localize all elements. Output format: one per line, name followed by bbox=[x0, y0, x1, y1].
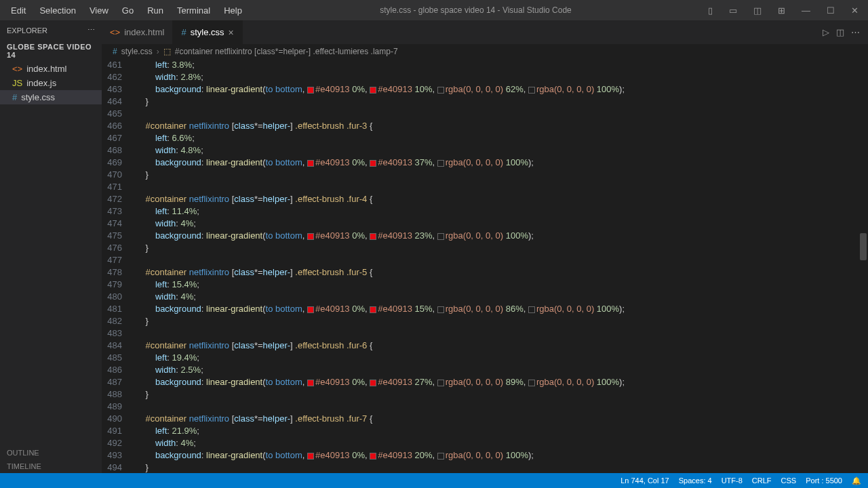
color-swatch[interactable] bbox=[370, 87, 376, 94]
code-line[interactable]: 465 bbox=[102, 108, 868, 120]
status-spaces[interactable]: Spaces: 4 bbox=[679, 476, 712, 485]
code-line[interactable]: 469 background: linear-gradient(to botto… bbox=[102, 157, 868, 169]
color-swatch[interactable] bbox=[437, 306, 444, 313]
timeline-section[interactable]: TIMELINE bbox=[0, 460, 102, 473]
code-line[interactable]: 484 #container netflixintro [class*=help… bbox=[102, 340, 868, 352]
code-line[interactable]: 475 background: linear-gradient(to botto… bbox=[102, 230, 868, 242]
color-swatch[interactable] bbox=[437, 380, 444, 386]
code-line[interactable]: 489 bbox=[102, 401, 868, 413]
scrollbar[interactable] bbox=[859, 59, 868, 473]
status-language[interactable]: CSS bbox=[781, 476, 797, 485]
color-swatch[interactable] bbox=[370, 306, 376, 313]
breadcrumb[interactable]: # style.css › ⬚ #container netflixintro … bbox=[102, 44, 868, 59]
code-line[interactable]: 463 background: linear-gradient(to botto… bbox=[102, 83, 868, 96]
code-line[interactable]: 473 left: 11.4%; bbox=[102, 205, 868, 218]
code-line[interactable]: 490 #container netflixintro [class*=help… bbox=[102, 413, 868, 425]
code-editor[interactable]: 461 left: 3.8%;462 width: 2.8%;463 backg… bbox=[102, 59, 868, 473]
outline-section[interactable]: OUTLINE bbox=[0, 446, 102, 460]
breadcrumb-file[interactable]: style.css bbox=[121, 47, 153, 56]
code-line[interactable]: 483 bbox=[102, 327, 868, 340]
notifications-icon[interactable]: 🔔 bbox=[852, 476, 861, 485]
color-swatch[interactable] bbox=[437, 453, 444, 460]
code-line[interactable]: 470 } bbox=[102, 169, 868, 181]
code-line[interactable]: 472 #container netflixintro [class*=help… bbox=[102, 193, 868, 205]
layout-customize-icon[interactable]: ⊞ bbox=[774, 4, 789, 17]
code-line[interactable]: 478 #container netflixintro [class*=help… bbox=[102, 266, 868, 279]
code-line[interactable]: 487 background: linear-gradient(to botto… bbox=[102, 376, 868, 388]
code-line[interactable]: 468 width: 4.8%; bbox=[102, 144, 868, 157]
code-line[interactable]: 482 } bbox=[102, 315, 868, 327]
color-swatch[interactable] bbox=[528, 306, 535, 313]
code-line[interactable]: 492 width: 4%; bbox=[102, 437, 868, 449]
code-line[interactable]: 476 } bbox=[102, 242, 868, 254]
color-swatch[interactable] bbox=[307, 160, 314, 167]
line-number: 474 bbox=[102, 218, 136, 230]
code-line[interactable]: 493 background: linear-gradient(to botto… bbox=[102, 449, 868, 462]
layout-panel-icon[interactable]: ▭ bbox=[725, 4, 741, 17]
color-swatch[interactable] bbox=[370, 380, 376, 386]
code-line[interactable]: 477 bbox=[102, 254, 868, 266]
split-icon[interactable]: ◫ bbox=[836, 27, 844, 37]
breadcrumb-selector[interactable]: #container netflixintro [class*=helper-]… bbox=[175, 47, 398, 56]
color-swatch[interactable] bbox=[528, 380, 535, 386]
color-swatch[interactable] bbox=[307, 453, 314, 460]
code-line[interactable]: 480 width: 4%; bbox=[102, 291, 868, 303]
file-index-html[interactable]: <>index.html bbox=[0, 62, 102, 76]
code-line[interactable]: 474 width: 4%; bbox=[102, 218, 868, 230]
code-line[interactable]: 481 background: linear-gradient(to botto… bbox=[102, 303, 868, 315]
code-line[interactable]: 466 #container netflixintro [class*=help… bbox=[102, 120, 868, 132]
project-name[interactable]: GLOBE SPACE VIDEO 14 bbox=[0, 40, 102, 62]
status-position[interactable]: Ln 744, Col 17 bbox=[620, 476, 669, 485]
layout-secondary-icon[interactable]: ◫ bbox=[749, 4, 766, 17]
minimize-icon[interactable]: — bbox=[797, 4, 814, 17]
code-line[interactable]: 462 width: 2.8%; bbox=[102, 71, 868, 83]
color-swatch[interactable] bbox=[437, 160, 444, 167]
code-line[interactable]: 486 width: 2.5%; bbox=[102, 364, 868, 376]
file-icon-css: # bbox=[12, 92, 17, 102]
color-swatch[interactable] bbox=[307, 233, 314, 240]
color-swatch[interactable] bbox=[437, 87, 444, 94]
code-line[interactable]: 467 left: 6.6%; bbox=[102, 132, 868, 144]
tab-close-icon[interactable]: × bbox=[229, 27, 234, 38]
code-line[interactable]: 491 left: 21.9%; bbox=[102, 425, 868, 437]
run-icon[interactable]: ▷ bbox=[823, 27, 829, 37]
editor-area: <>index.html#style.css× ▷ ◫ ⋯ # style.cs… bbox=[102, 20, 868, 473]
code-line[interactable]: 485 left: 19.4%; bbox=[102, 352, 868, 364]
color-swatch[interactable] bbox=[370, 160, 376, 167]
menu-go[interactable]: Go bbox=[117, 3, 139, 18]
status-port[interactable]: Port : 5500 bbox=[806, 476, 842, 485]
scrollbar-thumb[interactable] bbox=[860, 233, 867, 260]
status-encoding[interactable]: UTF-8 bbox=[722, 476, 743, 485]
code-line[interactable]: 494 } bbox=[102, 462, 868, 473]
color-swatch[interactable] bbox=[437, 233, 444, 240]
line-number: 468 bbox=[102, 144, 136, 157]
menu-run[interactable]: Run bbox=[142, 3, 169, 18]
tab-index-html[interactable]: <>index.html bbox=[102, 20, 173, 44]
color-swatch[interactable] bbox=[307, 87, 314, 94]
menu-edit[interactable]: Edit bbox=[5, 3, 31, 18]
menu-help[interactable]: Help bbox=[218, 3, 248, 18]
code-line[interactable]: 464 } bbox=[102, 96, 868, 108]
color-swatch[interactable] bbox=[370, 453, 376, 460]
tab-style-css[interactable]: #style.css× bbox=[173, 20, 242, 44]
code-line[interactable]: 471 bbox=[102, 181, 868, 193]
layout-primary-icon[interactable]: ▯ bbox=[704, 4, 717, 17]
color-swatch[interactable] bbox=[307, 380, 314, 386]
menu-selection[interactable]: Selection bbox=[34, 3, 81, 18]
status-eol[interactable]: CRLF bbox=[752, 476, 772, 485]
maximize-icon[interactable]: ☐ bbox=[823, 4, 839, 17]
code-line[interactable]: 461 left: 3.8%; bbox=[102, 59, 868, 71]
color-swatch[interactable] bbox=[307, 306, 314, 313]
color-swatch[interactable] bbox=[528, 87, 535, 94]
more-icon[interactable]: ⋯ bbox=[87, 26, 95, 35]
more-actions-icon[interactable]: ⋯ bbox=[851, 27, 860, 37]
file-style-css[interactable]: #style.css bbox=[0, 90, 102, 104]
code-line[interactable]: 488 } bbox=[102, 388, 868, 401]
close-icon[interactable]: ✕ bbox=[847, 4, 863, 17]
file-index-js[interactable]: JSindex.js bbox=[0, 76, 102, 90]
color-swatch[interactable] bbox=[370, 233, 376, 240]
menu-terminal[interactable]: Terminal bbox=[172, 3, 216, 18]
line-number: 488 bbox=[102, 388, 136, 401]
code-line[interactable]: 479 left: 15.4%; bbox=[102, 279, 868, 291]
menu-view[interactable]: View bbox=[84, 3, 114, 18]
